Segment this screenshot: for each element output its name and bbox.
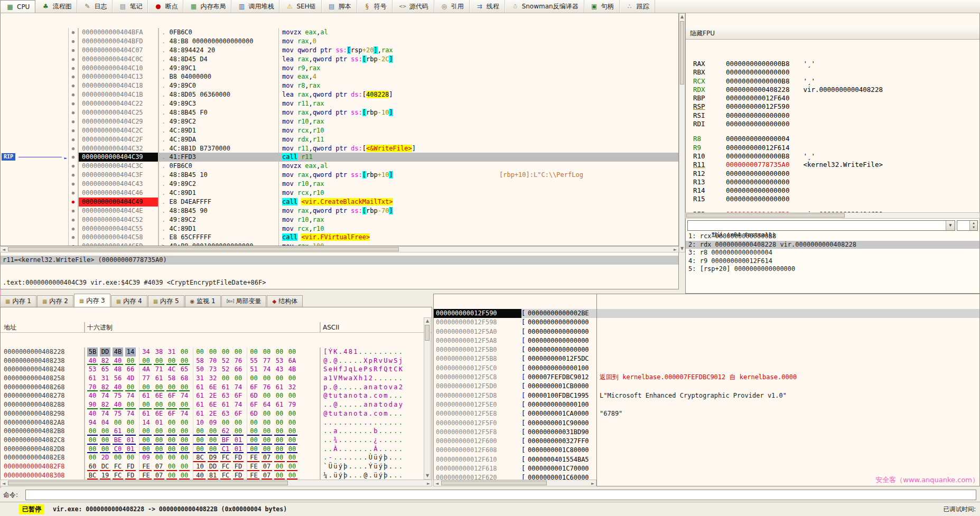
stack-row[interactable]: 000000000012F598[0000000000000000 — [434, 318, 979, 327]
dump-row[interactable]: 00000000004082285BDD4B143438310000000000… — [1, 348, 432, 356]
disasm-row[interactable]: ●0000000000404C52. 49:89C2mov r10,rax — [1, 215, 678, 224]
command-input[interactable] — [25, 490, 976, 500]
stepper-arrows-icon[interactable]: ▲▼ — [969, 221, 977, 230]
disasm-row[interactable]: ●0000000000404C22. 49:89C3mov r11,rax — [1, 99, 678, 108]
disasm-row[interactable]: ●0000000000404C55. 4C:89D1mov rcx,r10 — [1, 224, 678, 233]
register-row[interactable]: RAX00000000000000B8'¸' — [693, 60, 979, 68]
dump-row[interactable]: 00000000004082E8002D0000090000008CD9FCFD… — [1, 453, 432, 462]
chevron-down-icon[interactable]: ▼ — [946, 221, 955, 230]
argument-row[interactable]: 3: r8 0000000000000004 — [686, 249, 979, 257]
disasm-row[interactable]: ●0000000000404C10. 49:89C1mov r9,rax — [1, 64, 678, 73]
argument-row[interactable]: 2: rdx 0000000000408228 vir.000000000040… — [686, 241, 979, 249]
disasm-row[interactable]: ●0000000000404C4E. 48:8B45 90mov rax,qwo… — [1, 207, 678, 215]
argument-row[interactable]: 4: r9 000000000012F614 — [686, 257, 979, 266]
toolbar-tab-引用[interactable]: ◎引用 — [434, 0, 470, 13]
stack-row[interactable]: 000000000012F590[00000000000002BE — [434, 309, 979, 318]
register-row[interactable]: R120000000000000000 — [693, 170, 979, 178]
register-row[interactable]: RSP000000000012F590 — [693, 102, 979, 111]
disasm-row[interactable]: ●0000000000404C25. 48:8B45 F0mov rax,qwo… — [1, 108, 678, 117]
register-row[interactable]: RBX0000000000000000 — [693, 68, 979, 77]
dump-row[interactable]: 000000000040827840747574616E6F74612E636F… — [1, 391, 432, 400]
dump-tab-内存 4[interactable]: ▦内存 4 — [111, 295, 147, 307]
toolbar-tab-内存布局[interactable]: ▦内存布局 — [183, 0, 231, 13]
dump-row[interactable]: 000000000040829840747574616E6F74612E636F… — [1, 409, 432, 418]
disasm-row[interactable]: ●0000000000404C32. 4C:8B1D B7370000mov r… — [1, 144, 678, 153]
toolbar-tab-CPU[interactable]: ▦CPU — [0, 0, 35, 13]
register-row[interactable]: R9000000000012F614 — [693, 144, 979, 152]
stack-row[interactable]: 000000000012F5F0[0000000001C90000 — [434, 419, 979, 428]
disasm-hscrollbar[interactable]: ◄► — [0, 246, 679, 252]
stack-row[interactable]: 000000000012F5D8[00000100FDBC1995L"Micro… — [434, 391, 979, 400]
stack-row[interactable]: 000000000012F5B0[0000000000000000 — [434, 345, 979, 354]
disasm-row[interactable]: ●0000000000404C58. E8 65CFFFFFcall <vir.… — [1, 233, 678, 242]
dump-row[interactable]: 00000000004082889082400000000000616E6174… — [1, 400, 432, 409]
disasm-row[interactable]: ●0000000000404C3F. 48:8B45 10mov rax,qwo… — [1, 171, 678, 180]
dump-row[interactable]: 00000000004082F860DCFCFDFE07000010DDFCFD… — [1, 462, 432, 471]
toolbar-tab-日志[interactable]: ✎日志 — [77, 0, 113, 13]
stack-row[interactable]: 000000000012F5C0[0000000000000100 — [434, 364, 979, 373]
disasm-row[interactable]: ●0000000000404C13. B8 04000000mov eax,4 — [1, 72, 678, 81]
disasm-row[interactable]: ●0000000000404C5D> 48:B8 000100000000000… — [1, 242, 678, 246]
register-row[interactable]: RDI0000000000000000 — [693, 120, 979, 128]
register-row[interactable]: R130000000000000000 — [693, 178, 979, 186]
breakpoint-dot-icon[interactable]: ● — [68, 198, 78, 207]
disasm-row[interactable]: ●0000000000404C29. 49:89C2mov r10,rax — [1, 117, 678, 126]
register-row[interactable]: RCX00000000000000B8'¸' — [693, 77, 979, 86]
disasm-row[interactable]: ●0000000000404C46. 4C:89D1mov rcx,r10 — [1, 189, 678, 198]
register-row[interactable]: R80000000000000004 — [693, 135, 979, 143]
disasm-row[interactable]: ●0000000000404C2F. 4C:89DAmov rdx,r11 — [1, 135, 678, 144]
stack-row[interactable]: 000000000012F5B8[000000000012F5DC — [434, 354, 979, 363]
toolbar-tab-脚本[interactable]: ▤脚本 — [322, 0, 357, 13]
dump-tab-内存 3[interactable]: ▦内存 3 — [74, 294, 110, 307]
disasm-vscrollbar[interactable]: ▲▼ — [679, 13, 685, 252]
disasm-row[interactable]: ●0000000000404C1B. 48:8D05 06360000lea r… — [1, 90, 678, 99]
register-row[interactable]: R150000000000000000 — [693, 195, 979, 203]
dump-tab-结构体[interactable]: ◆结构体 — [267, 295, 303, 307]
argument-row[interactable]: 1: rcx 00000000000000B8 — [686, 232, 979, 241]
toolbar-tab-断点[interactable]: ●断点 — [148, 0, 183, 13]
disasm-row[interactable]: ●0000000000404C49. E8 D4EAFFFFcall <vir.… — [1, 198, 678, 207]
stack-row[interactable]: 000000000012F5F8[000000000031BD90 — [434, 428, 979, 437]
dump-row[interactable]: 0000000000408308BC19FCFDFE0700004081FCFD… — [1, 471, 432, 480]
disasm-row[interactable]: ●0000000000404C18. 49:89C0mov r8,rax — [1, 81, 678, 90]
stack-hscrollbar[interactable]: ◄► — [433, 480, 596, 486]
dump-row[interactable]: 00000000004082A8940400001401000010090000… — [1, 418, 432, 427]
toolbar-tab-线程[interactable]: ⇉线程 — [470, 0, 505, 13]
disasm-row[interactable]: ●0000000000404BFA. 0FB6C0movzx eax,al — [1, 28, 678, 37]
stack-row[interactable]: 000000000012F618[0000000001C70000 — [434, 464, 979, 473]
toolbar-tab-笔记[interactable]: ▤笔记 — [113, 0, 148, 13]
register-row[interactable]: R1100000000778735A0<kernel32.WriteFile> — [693, 161, 979, 169]
dump-tab-内存 1[interactable]: ▦内存 1 — [0, 295, 36, 307]
dump-vscrollbar[interactable]: ▲▼ — [424, 317, 431, 480]
register-row[interactable]: R140000000000000000 — [693, 186, 979, 195]
dump-tab-局部变量[interactable]: [x=]局部变量 — [221, 295, 267, 307]
stack-row[interactable]: 000000000012F5C8[000007FEFDBC9012返回到 ker… — [434, 373, 979, 382]
stack-row[interactable]: 000000000012F608[0000000001C80000 — [434, 446, 979, 455]
toolbar-tab-流程图[interactable]: ♣流程图 — [35, 0, 77, 13]
dump-row[interactable]: 00000000004082D80000C001000000000000C101… — [1, 445, 432, 454]
register-row[interactable]: R1000000000000000B8'¸' — [693, 152, 979, 161]
stack-row[interactable]: 000000000012F600[0000000000327FF0 — [434, 437, 979, 446]
toolbar-tab-源代码[interactable]: <>源代码 — [393, 0, 434, 13]
disasm-row[interactable]: ●0000000000404C07. 48:894424 20mov qword… — [1, 46, 678, 55]
dump-row[interactable]: 0000000000408248536548664A714C6550735266… — [1, 365, 432, 374]
toolbar-tab-句柄[interactable]: ▣句柄 — [584, 0, 620, 13]
register-row[interactable]: RBP000000000012F640 — [693, 94, 979, 102]
toolbar-tab-符号[interactable]: §符号 — [357, 0, 393, 13]
argument-row[interactable]: 5: [rsp+20] 0000000000000000 — [686, 265, 979, 274]
disasm-row[interactable]: ●0000000000404C43. 49:89C2mov r10,rax — [1, 180, 678, 189]
argument-count-stepper[interactable]: 5 ▲▼ — [957, 220, 978, 231]
dump-tab-监视 1[interactable]: ◉监视 1 — [185, 295, 221, 307]
disasm-row[interactable]: RIP►●0000000000404C39. 41:FFD3call r11 — [1, 153, 678, 162]
dump-row[interactable]: 00000000004082B8000061000000000000006200… — [1, 427, 432, 436]
dump-row[interactable]: 00000000004082C80000BE01000000000000BF01… — [1, 436, 432, 445]
dump-row[interactable]: 0000000000408238408240000000000058705276… — [1, 356, 432, 365]
dump-row[interactable]: 00000000004082586131564D7761586831320000… — [1, 374, 432, 383]
hide-fpu-button[interactable]: 隐藏FPU — [686, 28, 979, 40]
dump-tab-内存 5[interactable]: ▦内存 5 — [148, 295, 184, 307]
calling-convention-dropdown[interactable]: 默认 (x64 fastcall) ▼ — [687, 220, 955, 231]
stack-row[interactable]: 000000000012F5A0[0000000000000000 — [434, 327, 979, 336]
stack-row[interactable]: 000000000012F610[0000000401554BA5 — [434, 455, 979, 464]
toolbar-tab-Snowman反编译器[interactable]: ☃Snowman反编译器 — [505, 0, 584, 13]
disasm-row[interactable]: ●0000000000404C0C. 48:8D45 D4lea rax,qwo… — [1, 55, 678, 64]
